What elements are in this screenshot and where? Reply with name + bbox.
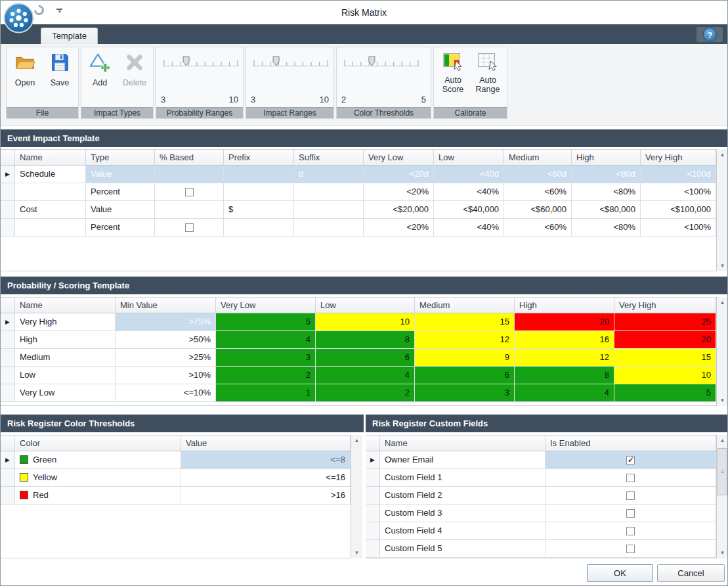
grid-cell[interactable]: 25 xyxy=(614,313,716,330)
scroll-down-arrow[interactable]: ▼ xyxy=(717,395,728,406)
checkbox-cell[interactable] xyxy=(546,540,716,557)
column-header[interactable]: Very High xyxy=(614,298,716,313)
table-row[interactable]: Percent<20%<40%<60%<80%<100% xyxy=(1,183,716,201)
grid-cell[interactable]: Custom Field 4 xyxy=(380,522,546,539)
grid-cell[interactable]: 15 xyxy=(614,349,716,366)
column-header[interactable]: Prefix xyxy=(224,150,294,165)
grid-cell[interactable]: <20d xyxy=(364,166,434,183)
row-selector[interactable]: ▶ xyxy=(366,451,380,468)
grid-cell[interactable]: <=10% xyxy=(116,384,216,401)
grid-cell[interactable]: Very High xyxy=(15,313,116,330)
color-thresholds-slider[interactable] xyxy=(341,53,427,75)
row-selector[interactable]: ▶ xyxy=(1,313,15,330)
ok-button[interactable]: OK xyxy=(587,564,653,582)
table-row[interactable]: Custom Field 2 xyxy=(366,487,716,505)
column-header[interactable]: % Based xyxy=(155,150,224,165)
checkbox-cell[interactable] xyxy=(546,469,716,486)
table-row[interactable]: ▶Green<=8 xyxy=(1,451,351,469)
column-header[interactable]: Medium xyxy=(504,150,572,165)
grid-cell[interactable]: 9 xyxy=(415,349,515,366)
row-selector[interactable] xyxy=(366,540,380,557)
grid-cell[interactable] xyxy=(224,166,294,183)
grid-cell[interactable]: 16 xyxy=(515,331,614,348)
grid-cell[interactable]: >50% xyxy=(116,331,216,348)
scrollbar-thumb[interactable]: ≡ xyxy=(717,448,727,495)
grid-cell[interactable]: Percent xyxy=(86,219,155,236)
row-selector[interactable] xyxy=(366,505,380,522)
grid-cell[interactable]: <40d xyxy=(434,166,504,183)
row-selector[interactable] xyxy=(1,469,15,486)
grid-cell[interactable]: 8 xyxy=(316,331,415,348)
checkbox[interactable] xyxy=(626,491,635,500)
grid-cell[interactable]: 3 xyxy=(415,384,515,401)
table-row[interactable]: ▶Very High>75%510152025 xyxy=(1,313,716,331)
grid-cell[interactable] xyxy=(155,166,224,183)
checkbox-cell[interactable] xyxy=(546,487,716,504)
grid-cell[interactable]: 3 xyxy=(216,349,316,366)
table-row[interactable]: Very Low<=10%12345 xyxy=(1,384,716,402)
column-header[interactable]: Color xyxy=(15,436,181,451)
column-header[interactable]: Very Low xyxy=(364,150,434,165)
checkbox[interactable] xyxy=(626,474,635,482)
grid-cell[interactable]: Owner Email xyxy=(380,451,546,468)
save-button[interactable]: Save xyxy=(43,50,77,88)
grid-cell[interactable]: <$80,000 xyxy=(572,201,641,218)
scroll-down-arrow[interactable]: ▼ xyxy=(717,260,728,271)
custom-fields-scrollbar[interactable]: ▲ ≡ ▼ xyxy=(716,435,728,558)
row-selector[interactable] xyxy=(1,183,15,200)
column-header[interactable]: Name xyxy=(380,436,546,451)
event-impact-scrollbar[interactable]: ▲ ▼ xyxy=(716,149,728,271)
grid-cell[interactable]: >75% xyxy=(116,313,216,330)
grid-cell[interactable]: 6 xyxy=(415,367,515,384)
column-header[interactable]: Suffix xyxy=(294,150,364,165)
table-row[interactable]: Custom Field 5 xyxy=(366,540,716,558)
row-selector[interactable] xyxy=(1,367,15,384)
checkbox-cell[interactable] xyxy=(546,505,716,522)
scroll-up-arrow[interactable]: ▲ xyxy=(717,435,728,446)
grid-cell[interactable]: Custom Field 3 xyxy=(380,505,546,522)
probability-ranges-slider[interactable] xyxy=(160,53,239,75)
row-selector[interactable] xyxy=(366,469,380,486)
grid-cell[interactable]: 10 xyxy=(614,367,716,384)
grid-cell[interactable]: <$40,000 xyxy=(434,201,504,218)
row-selector[interactable] xyxy=(1,384,15,401)
table-row[interactable]: Low>10%246810 xyxy=(1,367,716,384)
grid-cell[interactable] xyxy=(294,201,364,218)
grid-cell[interactable]: 15 xyxy=(415,313,515,330)
cancel-button[interactable]: Cancel xyxy=(657,564,725,582)
grid-cell[interactable] xyxy=(294,183,364,200)
grid-cell[interactable]: 20 xyxy=(515,313,614,330)
grid-cell[interactable]: <80% xyxy=(572,219,641,236)
row-selector[interactable] xyxy=(366,487,380,504)
add-button[interactable]: Add xyxy=(83,50,118,88)
column-header[interactable]: High xyxy=(572,150,641,165)
row-selector[interactable] xyxy=(1,201,15,218)
grid-cell[interactable]: <=16 xyxy=(181,469,351,486)
scroll-down-arrow[interactable]: ▼ xyxy=(717,547,728,558)
grid-cell[interactable]: <100% xyxy=(641,183,716,200)
grid-cell[interactable]: <20% xyxy=(364,219,434,236)
grid-cell[interactable]: Custom Field 1 xyxy=(380,469,546,486)
column-header[interactable]: Low xyxy=(434,150,504,165)
grid-cell[interactable]: <20% xyxy=(364,183,434,200)
column-header[interactable]: Name xyxy=(15,150,86,165)
column-header[interactable]: Min Value xyxy=(116,298,216,313)
row-selector[interactable] xyxy=(1,331,15,348)
app-logo-icon[interactable] xyxy=(3,3,34,34)
checkbox-cell[interactable] xyxy=(546,451,716,468)
grid-cell[interactable]: Schedule xyxy=(15,166,86,183)
checkbox-cell[interactable] xyxy=(546,522,716,539)
grid-cell[interactable] xyxy=(294,219,364,236)
table-row[interactable]: Custom Field 3 xyxy=(366,505,716,522)
grid-cell[interactable]: 12 xyxy=(515,349,614,366)
grid-cell[interactable]: <100% xyxy=(641,219,716,236)
grid-cell[interactable]: <100d xyxy=(641,166,716,183)
column-header[interactable]: Low xyxy=(316,298,415,313)
grid-cell[interactable]: 4 xyxy=(515,384,614,401)
grid-cell[interactable]: 10 xyxy=(316,313,415,330)
scroll-up-arrow[interactable]: ▲ xyxy=(351,435,362,446)
grid-cell[interactable]: Cost xyxy=(15,201,86,218)
impact-ranges-slider[interactable] xyxy=(250,53,330,75)
probability-scrollbar[interactable]: ▲ ▼ xyxy=(716,297,728,406)
table-row[interactable]: Medium>25%3691215 xyxy=(1,349,716,367)
